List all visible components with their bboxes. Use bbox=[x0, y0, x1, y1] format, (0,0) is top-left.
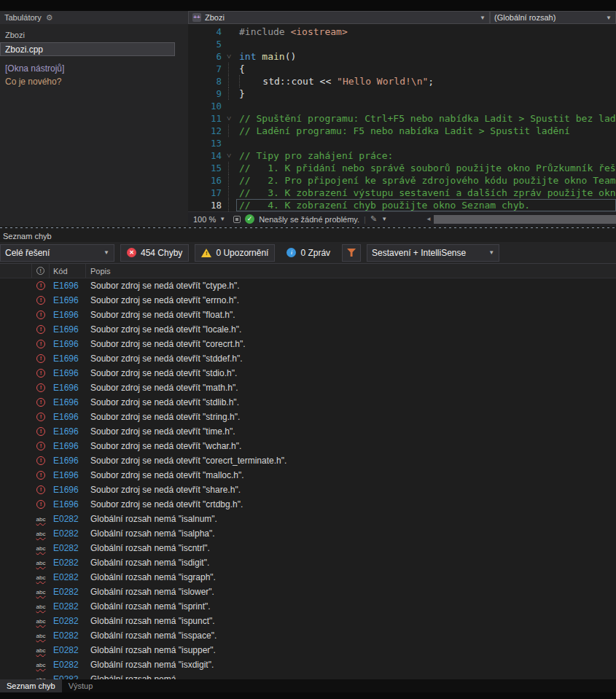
scrollbar-track[interactable] bbox=[434, 215, 616, 224]
code-line[interactable]: 17// 3. K zobrazení výstupu sestavení a … bbox=[188, 187, 616, 199]
tab-output[interactable]: Výstup bbox=[62, 679, 100, 692]
code-cleanup-icon[interactable]: ✎ bbox=[370, 214, 377, 224]
source-filter-dropdown[interactable]: Sestavení + IntelliSense ▼ bbox=[367, 244, 499, 262]
error-row[interactable]: abcE0282Globální rozsah nemá "isupper". bbox=[0, 643, 616, 657]
messages-toggle-button[interactable]: i 0 Zpráv bbox=[281, 244, 336, 262]
error-code-link[interactable]: E0282 bbox=[50, 526, 86, 541]
error-row[interactable]: abcE0282Globální rozsah nemá "isgraph". bbox=[0, 570, 616, 585]
code-line[interactable]: 13 bbox=[188, 137, 616, 149]
error-row[interactable]: !E1696Soubor zdroj se nedá otevřít "crtd… bbox=[0, 497, 616, 512]
error-row[interactable]: !E1696Soubor zdroj se nedá otevřít "ctyp… bbox=[0, 278, 616, 293]
error-code-link[interactable]: E1696 bbox=[50, 395, 86, 410]
error-row[interactable]: abcE0282Globální rozsah nemá "islower". bbox=[0, 585, 616, 599]
gear-icon[interactable]: ⚙ bbox=[46, 13, 53, 23]
error-row[interactable]: abcE0282Globální rozsah nemá "isalnum". bbox=[0, 512, 616, 526]
error-row[interactable]: !E1696Soubor zdroj se nedá otevřít "time… bbox=[0, 424, 616, 439]
error-code-link[interactable]: E0282 bbox=[50, 672, 86, 679]
scrollbar-thumb[interactable] bbox=[434, 215, 616, 224]
error-row[interactable]: !E1696Soubor zdroj se nedá otevřít "loca… bbox=[0, 322, 616, 337]
error-code-link[interactable]: E1696 bbox=[50, 322, 86, 337]
tab-item-whats-new[interactable]: Co je nového? bbox=[0, 75, 188, 88]
error-code-link[interactable]: E1696 bbox=[50, 483, 86, 497]
code-line[interactable]: 8 std::cout << "Hello World!\n"; bbox=[188, 75, 616, 87]
error-list-rows[interactable]: !E1696Soubor zdroj se nedá otevřít "ctyp… bbox=[0, 278, 616, 679]
error-code-link[interactable]: E1696 bbox=[50, 278, 86, 293]
errors-toggle-button[interactable]: ✕ 454 Chyby bbox=[120, 244, 189, 262]
error-code-link[interactable]: E0282 bbox=[50, 541, 86, 555]
column-blank[interactable] bbox=[0, 264, 32, 278]
code-line[interactable]: 10 bbox=[188, 100, 616, 112]
error-code-link[interactable]: E1696 bbox=[50, 380, 86, 395]
error-code-link[interactable]: E1696 bbox=[50, 351, 86, 366]
error-code-link[interactable]: E1696 bbox=[50, 293, 86, 308]
error-row[interactable]: abcE0282Globální rozsah nemá "isxdigit". bbox=[0, 657, 616, 672]
error-row[interactable]: !E1696Soubor zdroj se nedá otevřít "wcha… bbox=[0, 439, 616, 453]
error-code-link[interactable]: E0282 bbox=[50, 555, 86, 570]
code-line[interactable]: 7{ bbox=[188, 63, 616, 75]
error-code-link[interactable]: E0282 bbox=[50, 614, 86, 628]
error-row[interactable]: abcE0282Globální rozsah nemá "isalpha". bbox=[0, 526, 616, 541]
navbar-file-dropdown[interactable]: ++ Zbozi ▼ bbox=[188, 11, 490, 24]
code-line[interactable]: 16// 2. Pro připojení ke správě zdrojové… bbox=[188, 174, 616, 187]
error-code-link[interactable]: E1696 bbox=[50, 468, 86, 483]
error-row[interactable]: !E1696Soubor zdroj se nedá otevřít "stri… bbox=[0, 410, 616, 424]
tab-group-tool-windows[interactable]: [Okna nástrojů] bbox=[0, 62, 188, 75]
code-line[interactable]: 12// Ladění programu: F5 nebo nabídka La… bbox=[188, 125, 616, 137]
error-row[interactable]: abcE0282Globální rozsah nemá "isspace". bbox=[0, 628, 616, 643]
error-code-link[interactable]: E1696 bbox=[50, 497, 86, 512]
error-code-link[interactable]: E0282 bbox=[50, 570, 86, 585]
error-row[interactable]: !E1696Soubor zdroj se nedá otevřít "core… bbox=[0, 453, 616, 468]
code-line[interactable]: 6˅int main() bbox=[188, 50, 616, 63]
error-row[interactable]: !E1696Soubor zdroj se nedá otevřít "stdd… bbox=[0, 351, 616, 366]
error-code-link[interactable]: E1696 bbox=[50, 366, 86, 380]
error-row[interactable]: !E1696Soubor zdroj se nedá otevřít "stdl… bbox=[0, 395, 616, 410]
code-line[interactable]: 18// 4. K zobrazení chyb použijte okno S… bbox=[188, 199, 616, 211]
error-code-link[interactable]: E0282 bbox=[50, 599, 86, 614]
error-row[interactable]: !E1696Soubor zdroj se nedá otevřít "mall… bbox=[0, 468, 616, 483]
fold-chevron-icon[interactable]: ˅ bbox=[222, 112, 236, 125]
code-line[interactable]: 11˅// Spuštění programu: Ctrl+F5 nebo na… bbox=[188, 112, 616, 125]
code-line[interactable]: 15// 1. K přidání nebo správě souborů po… bbox=[188, 162, 616, 174]
warnings-toggle-button[interactable]: ! 0 Upozornění bbox=[195, 244, 275, 262]
panel-splitter[interactable] bbox=[0, 226, 616, 230]
code-line[interactable]: 9} bbox=[188, 87, 616, 100]
status-icon[interactable] bbox=[233, 216, 241, 223]
error-code-link[interactable]: E1696 bbox=[50, 439, 86, 453]
column-code[interactable]: Kód bbox=[50, 264, 86, 278]
chevron-down-icon[interactable]: ▼ bbox=[381, 216, 387, 222]
error-row[interactable]: !E1696Soubor zdroj se nedá otevřít "stdi… bbox=[0, 366, 616, 380]
error-code-link[interactable]: E1696 bbox=[50, 308, 86, 322]
code-lines[interactable]: 4#include <iostream>56˅int main()7{8 std… bbox=[188, 24, 616, 211]
error-code-link[interactable]: E1696 bbox=[50, 410, 86, 424]
error-row[interactable]: !E1696Soubor zdroj se nedá otevřít "shar… bbox=[0, 483, 616, 497]
error-row[interactable]: abcE0282Globální rozsah nemá "iscntrl". bbox=[0, 541, 616, 555]
error-row[interactable]: abcE0282Globální rozsah nemá "isprint". bbox=[0, 599, 616, 614]
error-code-link[interactable]: E1696 bbox=[50, 424, 86, 439]
zoom-dropdown[interactable]: 100 % ▼ bbox=[190, 215, 229, 224]
tab-error-list[interactable]: Seznam chyb bbox=[0, 679, 62, 692]
error-code-link[interactable]: E0282 bbox=[50, 585, 86, 599]
error-row[interactable]: !E1696Soubor zdroj se nedá otevřít "errn… bbox=[0, 293, 616, 308]
error-code-link[interactable]: E1696 bbox=[50, 453, 86, 468]
error-code-link[interactable]: E0282 bbox=[50, 657, 86, 672]
tab-item-selected[interactable]: Zbozi.cpp bbox=[0, 42, 175, 56]
code-line[interactable]: 5 bbox=[188, 38, 616, 50]
error-row[interactable]: !E1696Soubor zdroj se nedá otevřít "math… bbox=[0, 380, 616, 395]
fold-chevron-icon[interactable]: ˅ bbox=[222, 50, 236, 63]
error-row[interactable]: !E1696Soubor zdroj se nedá otevřít "core… bbox=[0, 337, 616, 351]
error-row[interactable]: abcE0282Globální rozsah nemá bbox=[0, 672, 616, 679]
error-row[interactable]: !E1696Soubor zdroj se nedá otevřít "floa… bbox=[0, 308, 616, 322]
error-code-link[interactable]: E0282 bbox=[50, 643, 86, 657]
fold-chevron-icon[interactable]: ˅ bbox=[222, 149, 236, 162]
navbar-scope-dropdown[interactable]: (Globální rozsah) ▼ bbox=[490, 11, 616, 24]
error-code-link[interactable]: E1696 bbox=[50, 337, 86, 351]
error-row[interactable]: abcE0282Globální rozsah nemá "isdigit". bbox=[0, 555, 616, 570]
error-code-link[interactable]: E0282 bbox=[50, 628, 86, 643]
code-line[interactable]: 4#include <iostream> bbox=[188, 26, 616, 38]
code-line[interactable]: 14˅// Tipy pro zahájení práce: bbox=[188, 149, 616, 162]
column-description[interactable]: Popis bbox=[86, 264, 616, 278]
column-severity[interactable]: ! bbox=[32, 264, 50, 278]
filter-button[interactable] bbox=[342, 244, 361, 262]
scroll-left-icon[interactable]: ◄ bbox=[426, 216, 432, 222]
error-row[interactable]: abcE0282Globální rozsah nemá "ispunct". bbox=[0, 614, 616, 628]
